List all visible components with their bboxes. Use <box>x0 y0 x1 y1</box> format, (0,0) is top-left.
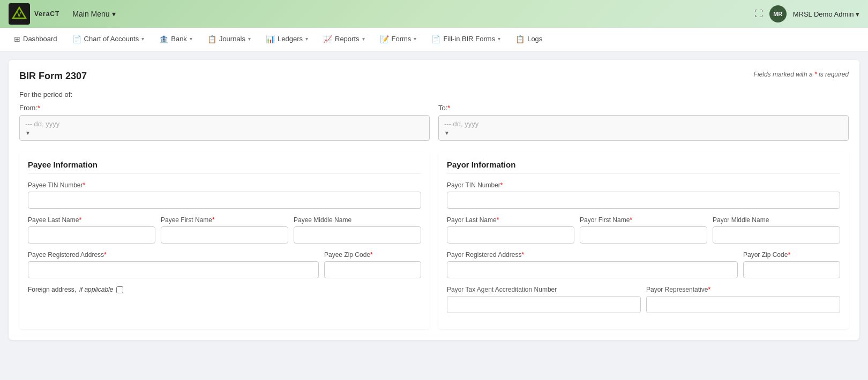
nav-item-ledgers[interactable]: 📊 Ledgers ▾ <box>258 28 316 51</box>
chevron-down-icon: ▾ <box>305 36 308 42</box>
nav-label-logs: Logs <box>527 35 542 43</box>
nav-label-chart-of-accounts: Chart of Accounts <box>84 35 139 43</box>
logs-icon: 📋 <box>515 35 525 43</box>
nav-item-forms[interactable]: 📝 Forms ▾ <box>372 28 424 51</box>
payee-middle-name-group: Payee Middle Name <box>294 216 421 244</box>
from-required: * <box>38 104 40 112</box>
to-date-arrow: ▼ <box>444 130 843 136</box>
logo-icon: V <box>9 3 30 25</box>
nav-item-chart-of-accounts[interactable]: 📄 Chart of Accounts ▾ <box>65 28 152 51</box>
top-header: V VeraCT Main Menu ▾ ⛶ MR MRSL Demo Admi… <box>0 0 868 28</box>
user-avatar: MR <box>769 5 787 22</box>
payee-middle-name-label: Payee Middle Name <box>294 216 421 224</box>
ledgers-icon: 📊 <box>266 35 275 43</box>
payee-address-input[interactable] <box>28 261 319 278</box>
payee-first-name-group: Payee First Name* <box>161 216 288 244</box>
to-field: To:* --- dd, yyyy ▼ <box>438 104 849 141</box>
foreign-address-row: Foreign address, if applicable <box>28 286 421 293</box>
payor-tin-label: Payor TIN Number* <box>447 181 840 189</box>
payee-address-group: Payee Registered Address* <box>28 251 319 278</box>
payor-address-input[interactable] <box>447 261 738 278</box>
payor-tin-input[interactable] <box>447 192 840 209</box>
payee-section-title: Payee Information <box>28 160 421 174</box>
from-label: From:* <box>19 104 430 112</box>
payor-name-row: Payor Last Name* Payor First Name* Payor… <box>447 216 840 251</box>
payee-zip-group: Payee Zip Code* <box>324 251 421 278</box>
nav-item-journals[interactable]: 📋 Journals ▾ <box>200 28 258 51</box>
payor-tax-agent-group: Payor Tax Agent Accreditation Number <box>447 286 641 313</box>
nav-item-reports[interactable]: 📈 Reports ▾ <box>316 28 372 51</box>
nav-label-ledgers: Ledgers <box>278 35 303 43</box>
nav-item-fill-in-bir[interactable]: 📄 Fill-in BIR Forms ▾ <box>424 28 508 51</box>
form-header: BIR Form 2307 Fields marked with a * is … <box>19 71 849 82</box>
payee-address-row: Payee Registered Address* Payee Zip Code… <box>28 251 421 286</box>
payor-first-name-input[interactable] <box>580 226 707 244</box>
svg-text:V: V <box>17 11 21 18</box>
nav-item-dashboard[interactable]: ⊞ Dashboard <box>6 28 65 51</box>
payor-tax-agent-input[interactable] <box>447 296 641 313</box>
payee-first-name-input[interactable] <box>161 226 288 244</box>
fill-in-bir-icon: 📄 <box>431 35 440 43</box>
main-menu-button[interactable]: Main Menu ▾ <box>72 10 115 18</box>
reports-icon: 📈 <box>323 35 332 43</box>
payor-zip-group: Payor Zip Code* <box>743 251 840 278</box>
nav-item-logs[interactable]: 📋 Logs <box>508 28 550 51</box>
logo-text: VeraCT <box>34 10 59 18</box>
header-right: ⛶ MR MRSL Demo Admin ▾ <box>754 5 859 22</box>
nav-label-journals: Journals <box>219 35 245 43</box>
payee-tin-label: Payee TIN Number* <box>28 181 421 189</box>
foreign-address-checkbox[interactable] <box>116 286 123 293</box>
payor-representative-input[interactable] <box>646 296 840 313</box>
required-note: Fields marked with a * is required <box>754 71 849 78</box>
to-required: * <box>447 104 450 112</box>
info-sections: Payee Information Payee TIN Number* Paye… <box>19 151 849 329</box>
payee-last-name-group: Payee Last Name* <box>28 216 155 244</box>
expand-icon[interactable]: ⛶ <box>754 9 763 19</box>
payor-middle-name-input[interactable] <box>713 226 840 244</box>
nav-label-dashboard: Dashboard <box>23 35 57 43</box>
form-title: BIR Form 2307 <box>19 71 87 82</box>
payee-name-row: Payee Last Name* Payee First Name* Payee… <box>28 216 421 251</box>
nav-label-reports: Reports <box>335 35 360 43</box>
logo-area: V VeraCT Main Menu ▾ <box>9 3 116 25</box>
form-container: BIR Form 2307 Fields marked with a * is … <box>9 60 859 340</box>
payee-address-label: Payee Registered Address* <box>28 251 319 259</box>
bank-icon: 🏦 <box>159 35 168 43</box>
chevron-down-icon: ▾ <box>248 36 251 42</box>
payor-tin-group: Payor TIN Number* <box>447 181 840 209</box>
payee-first-name-label: Payee First Name* <box>161 216 288 224</box>
payee-tin-input[interactable] <box>28 192 421 209</box>
dashboard-icon: ⊞ <box>14 35 20 43</box>
nav-item-bank[interactable]: 🏦 Bank ▾ <box>152 28 200 51</box>
from-date-placeholder: --- dd, yyyy <box>25 120 424 128</box>
period-label: For the period of: <box>19 90 849 98</box>
payor-first-name-group: Payor First Name* <box>580 216 707 244</box>
period-fields: From:* --- dd, yyyy ▼ To:* --- dd, yyyy … <box>19 104 849 141</box>
from-date-arrow: ▼ <box>25 130 424 136</box>
chevron-down-icon: ▾ <box>141 36 144 42</box>
chevron-down-icon: ▾ <box>190 36 192 42</box>
payor-section-title: Payor Information <box>447 160 840 174</box>
payee-section: Payee Information Payee TIN Number* Paye… <box>19 151 430 329</box>
payor-tax-agent-label: Payor Tax Agent Accreditation Number <box>447 286 641 293</box>
payor-last-name-input[interactable] <box>447 226 574 244</box>
payee-middle-name-input[interactable] <box>294 226 421 244</box>
forms-icon: 📝 <box>380 35 389 43</box>
payor-address-group: Payor Registered Address* <box>447 251 738 278</box>
payor-last-name-group: Payor Last Name* <box>447 216 574 244</box>
payee-last-name-input[interactable] <box>28 226 155 244</box>
chevron-down-icon: ▾ <box>498 36 500 42</box>
user-name-label[interactable]: MRSL Demo Admin ▾ <box>793 10 859 18</box>
payor-representative-group: Payor Representative* <box>646 286 840 313</box>
journals-icon: 📋 <box>207 35 216 43</box>
chevron-down-icon: ▾ <box>414 36 416 42</box>
payee-zip-input[interactable] <box>324 261 421 278</box>
payor-address-row: Payor Registered Address* Payor Zip Code… <box>447 251 840 286</box>
payor-zip-label: Payor Zip Code* <box>743 251 840 259</box>
from-date-input[interactable]: --- dd, yyyy ▼ <box>19 115 430 141</box>
period-section: For the period of: From:* --- dd, yyyy ▼… <box>19 90 849 141</box>
payor-zip-input[interactable] <box>743 261 840 278</box>
to-date-placeholder: --- dd, yyyy <box>444 120 843 128</box>
to-date-input[interactable]: --- dd, yyyy ▼ <box>438 115 849 141</box>
nav-bar: ⊞ Dashboard 📄 Chart of Accounts ▾ 🏦 Bank… <box>0 28 868 51</box>
